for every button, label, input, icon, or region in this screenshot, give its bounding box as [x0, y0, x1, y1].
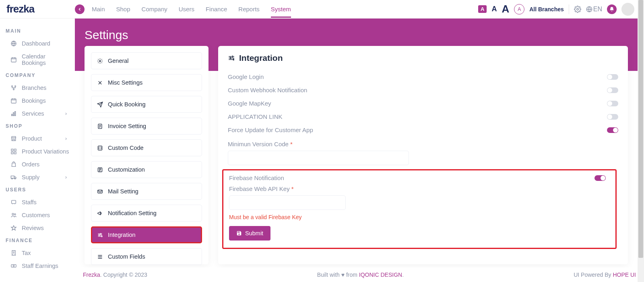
sidebar-section: COMPANY [6, 73, 75, 78]
font-size-medium[interactable]: A [491, 5, 497, 13]
top-right: A A A A All Branches EN [478, 3, 634, 16]
min-version-label: Minimun Version Code * [228, 141, 618, 147]
svg-point-14 [12, 213, 14, 215]
topbar: frezka MainShopCompanyUsersFinanceReport… [0, 0, 644, 19]
topnav-item-users[interactable]: Users [179, 1, 194, 17]
language-selector[interactable]: EN [586, 6, 602, 13]
page-scrollbar[interactable] [638, 0, 644, 282]
list-icon [97, 254, 103, 260]
firebase-api-input[interactable] [229, 195, 346, 210]
settings-nav-custom-fields[interactable]: Custom Fields [91, 248, 202, 265]
sidebar-item-product-variations[interactable]: Product Variations [6, 145, 75, 158]
toggle-switch[interactable] [607, 87, 618, 93]
page-title: Settings [85, 28, 634, 42]
toggle-switch[interactable] [607, 127, 618, 133]
settings-nav-general[interactable]: General [91, 52, 202, 69]
sidebar-item-services[interactable]: Services› [6, 107, 75, 120]
settings-nav-custom-code[interactable]: Custom Code [91, 139, 202, 156]
topnav-item-company[interactable]: Company [142, 1, 167, 17]
footer-brand-link[interactable]: Frezka [83, 272, 100, 278]
svg-point-5 [15, 86, 16, 87]
firebase-notif-toggle[interactable] [594, 175, 606, 181]
settings-nav-mail-setting[interactable]: Mail Setting [91, 183, 202, 200]
svg-point-4 [12, 86, 13, 87]
truck-icon [10, 174, 17, 180]
settings-nav-notification-setting[interactable]: Notification Setting [91, 205, 202, 222]
firebase-section-highlight: Firebase Notification Firebase Web API K… [222, 169, 617, 249]
sidebar-item-label: Tax [22, 250, 31, 256]
settings-nav-misc-settings[interactable]: Misc Settings [91, 74, 202, 91]
receipt-icon [10, 250, 17, 256]
sidebar-item-tax[interactable]: Tax [6, 247, 75, 259]
topnav-item-system[interactable]: System [271, 1, 291, 17]
min-version-input[interactable] [228, 151, 409, 165]
toggle-switch[interactable] [607, 74, 618, 80]
arrow-left-icon [77, 7, 82, 12]
settings-nav: GeneralMisc SettingsQuick BookingInvoice… [85, 46, 208, 264]
submit-button[interactable]: Submit [229, 226, 270, 241]
settings-nav-invoice-setting[interactable]: Invoice Setting [91, 118, 202, 135]
svg-rect-7 [11, 99, 16, 103]
font-size-small[interactable]: A [478, 5, 487, 13]
topnav-item-shop[interactable]: Shop [116, 1, 130, 17]
notifications-button[interactable] [607, 4, 617, 14]
toggle-row: APPLICATION LINK [228, 110, 618, 123]
toggle-label: Custom Webhook Notification [228, 87, 307, 93]
sidebar-item-bookings[interactable]: Bookings [6, 94, 75, 107]
sidebar-item-label: Branches [22, 85, 46, 91]
sidebar-item-product[interactable]: Product› [6, 132, 75, 145]
toggle-switch[interactable] [607, 114, 618, 120]
footer-copyright: . Copyright © 2023 [100, 272, 147, 278]
mail-icon [97, 189, 103, 195]
back-button[interactable] [75, 4, 85, 14]
settings-nav-integration[interactable]: Integration [91, 226, 202, 243]
font-size-large[interactable]: A [502, 3, 509, 15]
sidebar-item-branches[interactable]: Branches [6, 81, 75, 94]
settings-nav-label: Custom Code [108, 145, 144, 151]
branch-indicator[interactable]: A [514, 4, 524, 15]
sliders-icon [228, 54, 235, 62]
settings-nav-label: Customization [108, 166, 145, 173]
sliders-icon [97, 232, 103, 238]
footer-hopeui-link[interactable]: HOPE UI [613, 272, 636, 278]
topnav-item-finance[interactable]: Finance [206, 1, 227, 17]
user-avatar[interactable] [621, 3, 634, 16]
var-icon [10, 148, 17, 155]
signal-icon [10, 110, 17, 117]
scroll-thumb[interactable] [638, 0, 643, 258]
settings-nav-label: Notification Setting [108, 210, 157, 216]
branch-selector[interactable]: All Branches [529, 6, 564, 12]
sidebar-item-customers[interactable]: Customers [6, 209, 75, 222]
sidebar-item-reviews[interactable]: Reviews [6, 222, 75, 234]
settings-nav-label: Invoice Setting [108, 123, 146, 129]
sidebar-item-label: Customers [22, 212, 50, 218]
sidebar-item-calendar-bookings[interactable]: Calendar Bookings [6, 50, 75, 69]
settings-nav-customization[interactable]: Customization [91, 161, 202, 178]
settings-nav-quick-booking[interactable]: Quick Booking [91, 96, 202, 113]
sidebar-item-dashboard[interactable]: Dashboard [6, 37, 75, 50]
toggle-switch[interactable] [607, 101, 618, 106]
user-icon [10, 199, 17, 205]
svg-point-6 [13, 89, 14, 90]
gear-icon [97, 58, 103, 64]
sidebar-item-orders[interactable]: Orders [6, 158, 75, 171]
bell-icon [609, 6, 615, 12]
settings-nav-label: General [108, 58, 129, 64]
sidebar-item-supply[interactable]: Supply› [6, 171, 75, 184]
calendar-icon [10, 97, 17, 104]
sidebar-item-staffs[interactable]: Staffs [6, 196, 75, 209]
topnav-item-reports[interactable]: Reports [238, 1, 260, 17]
sidebar-item-staff-earnings[interactable]: Staff Earnings [6, 259, 75, 272]
gear-icon[interactable] [574, 6, 581, 13]
star-icon [10, 225, 17, 231]
sidebar-item-label: Reviews [22, 225, 44, 231]
save-icon [236, 230, 242, 236]
chevron-right-icon: › [65, 111, 67, 116]
footer-iqonic-link[interactable]: IQONIC DESIGN [359, 272, 402, 278]
firebase-api-error: Must be a valid Firebase Key [229, 214, 610, 220]
sidebar-item-label: Product [22, 135, 42, 142]
svg-rect-8 [11, 149, 13, 151]
topnav-item-main[interactable]: Main [92, 1, 105, 17]
brand-logo[interactable]: frezka [6, 3, 75, 15]
toggle-row: Force Update for Customer App [228, 123, 618, 137]
